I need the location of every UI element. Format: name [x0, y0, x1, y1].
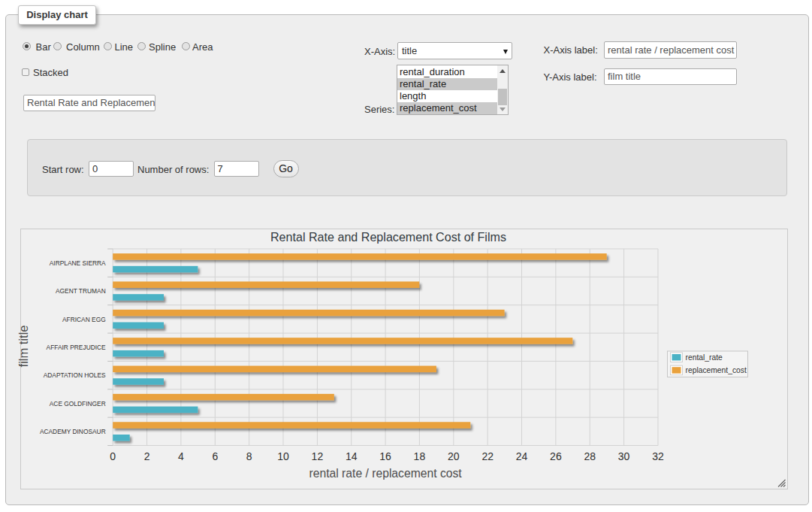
svg-text:0: 0: [110, 450, 116, 462]
svg-text:2: 2: [144, 450, 150, 462]
svg-text:24: 24: [516, 450, 528, 462]
svg-text:14: 14: [346, 450, 358, 462]
svg-text:20: 20: [448, 450, 460, 462]
svg-text:10: 10: [277, 450, 289, 462]
svg-text:22: 22: [481, 450, 494, 462]
svg-text:16: 16: [379, 450, 391, 462]
svg-text:AFFAIR PREJUDICE: AFFAIR PREJUDICE: [47, 344, 107, 351]
svg-text:AIRPLANE SIERRA: AIRPLANE SIERRA: [50, 259, 106, 267]
svg-text:28: 28: [584, 450, 596, 462]
svg-text:replacement_cost: replacement_cost: [686, 366, 747, 374]
svg-text:26: 26: [550, 450, 562, 462]
svg-text:6: 6: [212, 450, 218, 462]
svg-text:rental rate / replacement cost: rental rate / replacement cost: [309, 467, 463, 480]
svg-text:ADAPTATION HOLES: ADAPTATION HOLES: [44, 371, 106, 379]
svg-text:8: 8: [246, 450, 252, 462]
svg-text:AFRICAN EGG: AFRICAN EGG: [62, 316, 106, 323]
svg-text:32: 32: [652, 450, 664, 462]
svg-text:film title: film title: [17, 326, 30, 368]
svg-text:12: 12: [312, 450, 324, 462]
svg-text:AGENT TRUMAN: AGENT TRUMAN: [56, 287, 106, 295]
svg-text:rental_rate: rental_rate: [686, 353, 723, 362]
svg-text:4: 4: [178, 450, 184, 462]
svg-text:ACADEMY DINOSAUR: ACADEMY DINOSAUR: [40, 428, 106, 435]
svg-text:18: 18: [414, 450, 426, 462]
svg-text:30: 30: [618, 450, 630, 462]
svg-text:Rental Rate and Replacement Co: Rental Rate and Replacement Cost of Film…: [270, 230, 506, 244]
svg-text:ACE GOLDFINGER: ACE GOLDFINGER: [50, 400, 106, 407]
